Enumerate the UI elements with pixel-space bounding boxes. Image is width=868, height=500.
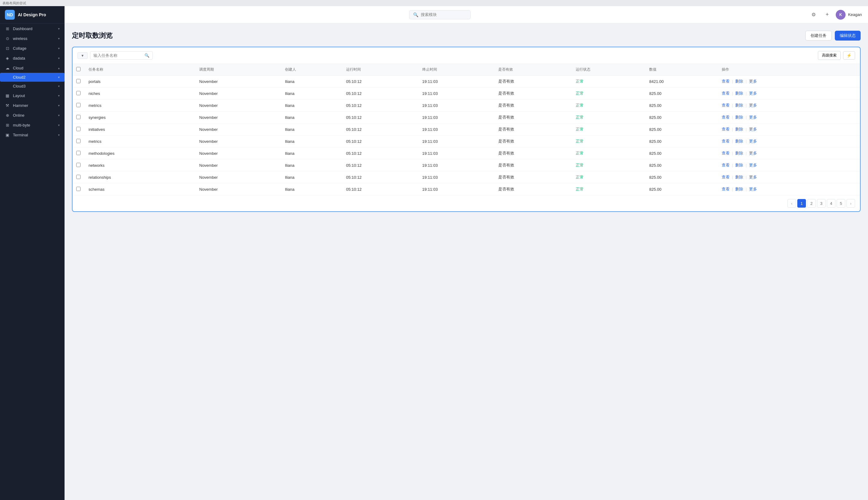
cell-cycle-4: November [196,124,281,135]
wireless-icon: ⊙ [5,36,10,41]
sidebar-label-cloud: Cloud [13,66,23,70]
action-delete-2[interactable]: 删除 [735,103,743,107]
action-more-9[interactable]: 更多 [749,187,757,191]
row-checkbox-7[interactable] [76,163,80,167]
create-task-button[interactable]: 创建任务 [805,31,832,41]
pagination-page-1[interactable]: 1 [797,199,806,208]
action-view-6[interactable]: 查看 [722,151,730,156]
filter-settings-icon: ⚡ [846,53,852,58]
search-box[interactable]: 🔍 [90,51,153,60]
user-avatar[interactable]: K Keagan [836,10,862,20]
edit-status-button[interactable]: 编辑状态 [835,31,861,41]
search-wrapper[interactable]: 🔍 [409,10,470,19]
pagination-page-2[interactable]: 2 [807,199,816,208]
row-checkbox-4[interactable] [76,127,80,131]
task-name-search-input[interactable] [93,53,143,58]
select-all-checkbox[interactable] [76,67,80,71]
filter-button[interactable]: ⚡ [843,51,855,60]
col-header-actions: 操作 [718,64,860,76]
sidebar-label-dadata: dadata [13,56,25,60]
row-checkbox-2[interactable] [76,103,80,107]
sidebar-item-cloud2[interactable]: Cloud2 ▾ [0,73,65,82]
cell-actions-0: 查看 | 删除 | 更多 [718,76,860,88]
action-view-8[interactable]: 查看 [722,175,730,179]
sidebar-item-terminal[interactable]: ▣ Terminal ▾ [0,130,65,140]
cell-name-5: metrics [85,135,196,147]
search-submit-icon[interactable]: 🔍 [144,53,149,58]
action-delete-4[interactable]: 删除 [735,127,743,132]
cell-actions-4: 查看 | 删除 | 更多 [718,124,860,135]
cell-creator-3: Iliana [281,112,342,124]
cell-value-4: 825.00 [645,124,718,135]
action-view-1[interactable]: 查看 [722,91,730,95]
cell-endtime-4: 19:11:03 [419,124,495,135]
sidebar-item-online[interactable]: ⊕ Online ▾ [0,110,65,120]
row-checkbox-1[interactable] [76,91,80,95]
sidebar-item-wireless[interactable]: ⊙ wireless ▾ [0,33,65,43]
cell-name-6: methodologies [85,147,196,159]
action-delete-1[interactable]: 删除 [735,91,743,95]
settings-button[interactable]: ⚙ [809,10,819,20]
advanced-search-button[interactable]: 高级搜索 [818,51,841,60]
cell-value-7: 825.00 [645,159,718,171]
row-checkbox-8[interactable] [76,175,80,179]
cell-name-1: niches [85,88,196,100]
action-delete-7[interactable]: 删除 [735,163,743,167]
terminal-icon: ▣ [5,132,10,137]
cell-runtime-4: 05:10:12 [342,124,419,135]
row-checkbox-3[interactable] [76,115,80,119]
action-delete-5[interactable]: 删除 [735,139,743,144]
cell-status-1: 正常 [572,88,645,100]
sidebar-item-collage[interactable]: ⊡ Collage ▾ [0,43,65,53]
pagination-page-4[interactable]: 4 [827,199,835,208]
action-view-4[interactable]: 查看 [722,127,730,132]
pagination-page-3[interactable]: 3 [817,199,826,208]
action-delete-8[interactable]: 删除 [735,175,743,179]
cell-name-4: initiatives [85,124,196,135]
action-more-4[interactable]: 更多 [749,127,757,132]
action-more-2[interactable]: 更多 [749,103,757,107]
action-more-5[interactable]: 更多 [749,139,757,144]
sidebar-item-multi-byte[interactable]: ⊞ multi-byte ▾ [0,120,65,130]
action-view-3[interactable]: 查看 [722,115,730,120]
sidebar-item-layout[interactable]: ▦ Layout ▾ [0,91,65,100]
cell-cycle-3: November [196,112,281,124]
action-more-8[interactable]: 更多 [749,175,757,179]
action-delete-9[interactable]: 删除 [735,187,743,191]
action-delete-0[interactable]: 删除 [735,79,743,83]
pagination-prev[interactable]: ‹ [788,199,796,208]
cell-endtime-8: 19:11:03 [419,171,495,183]
action-view-7[interactable]: 查看 [722,163,730,167]
action-more-3[interactable]: 更多 [749,115,757,120]
sidebar-item-cloud3[interactable]: Cloud3 ▾ [0,82,65,91]
cell-endtime-9: 19:11:03 [419,183,495,195]
sidebar-item-dashboard[interactable]: ⊞ Dashboard ▾ [0,24,65,33]
action-more-7[interactable]: 更多 [749,163,757,167]
cell-value-1: 825.00 [645,88,718,100]
sidebar-item-hammer[interactable]: ⚒ Hammer ▾ [0,100,65,110]
search-input[interactable] [421,12,464,17]
action-delete-6[interactable]: 删除 [735,151,743,156]
row-checkbox-0[interactable] [76,79,80,83]
sidebar-item-cloud[interactable]: ☁ Cloud ▴ [0,63,65,73]
row-checkbox-5[interactable] [76,139,80,143]
action-more-6[interactable]: 更多 [749,151,757,156]
pagination-page-5[interactable]: 5 [837,199,845,208]
action-view-5[interactable]: 查看 [722,139,730,144]
action-delete-3[interactable]: 删除 [735,115,743,120]
sidebar-item-dadata[interactable]: ◈ dadata ▾ [0,53,65,63]
action-more-0[interactable]: 更多 [749,79,757,83]
action-view-2[interactable]: 查看 [722,103,730,107]
col-header-name: 任务名称 [85,64,196,76]
add-button[interactable]: + [822,10,832,20]
action-view-9[interactable]: 查看 [722,187,730,191]
action-more-1[interactable]: 更多 [749,91,757,95]
row-checkbox-9[interactable] [76,187,80,191]
action-view-0[interactable]: 查看 [722,79,730,83]
table-container: ▼ 🔍 高级搜索 ⚡ [72,47,861,212]
sidebar-label-terminal: Terminal [13,133,28,137]
row-checkbox-6[interactable] [76,151,80,155]
pagination-next[interactable]: › [846,199,855,208]
cell-runtime-6: 05:10:12 [342,147,419,159]
page-title: 定时取数浏览 [72,31,112,40]
